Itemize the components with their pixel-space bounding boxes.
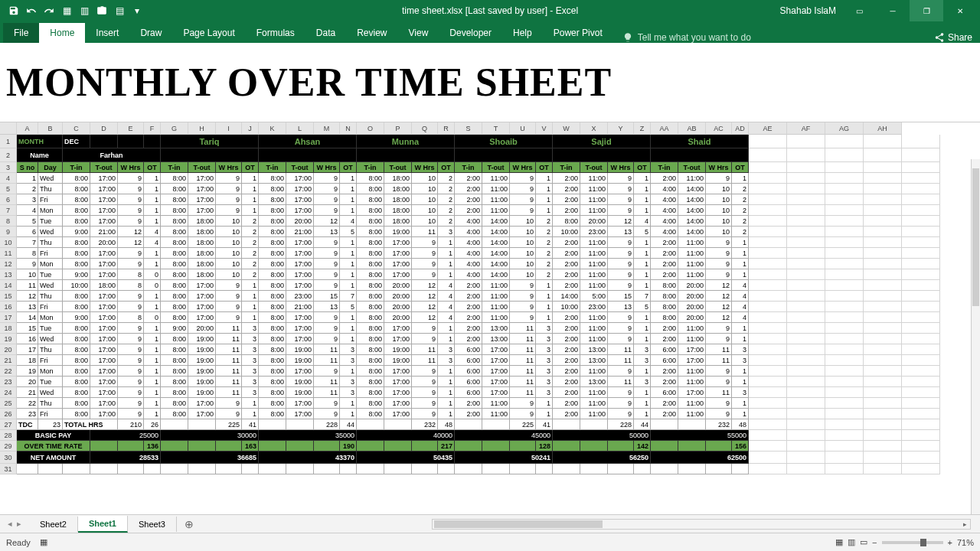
horizontal-scrollbar[interactable]: ◂▸ bbox=[432, 519, 971, 530]
calc-icon[interactable]: ▤ bbox=[112, 3, 127, 18]
undo-icon[interactable] bbox=[24, 3, 39, 18]
col-header[interactable]: AE bbox=[749, 122, 787, 135]
col-header[interactable]: AD bbox=[732, 122, 749, 135]
share-label: Share bbox=[948, 32, 972, 43]
title-bar: ▦ ▥ ▤ ▾ time sheet.xlsx [Last saved by u… bbox=[0, 0, 980, 21]
user-name: Shahab IslaM bbox=[780, 5, 836, 16]
col-header[interactable]: B bbox=[38, 122, 63, 135]
tab-developer[interactable]: Developer bbox=[439, 23, 502, 43]
zoom-level: 71% bbox=[957, 538, 974, 547]
col-header[interactable]: AF bbox=[787, 122, 825, 135]
ribbon-tabs: File Home Insert Draw Page Layout Formul… bbox=[0, 21, 980, 43]
view-page-icon[interactable]: ▥ bbox=[848, 537, 855, 547]
vscroll-thumb[interactable] bbox=[972, 168, 979, 306]
tab-view[interactable]: View bbox=[398, 23, 439, 43]
tab-insert[interactable]: Insert bbox=[85, 23, 129, 43]
status-ready: Ready bbox=[6, 538, 31, 547]
col-header[interactable]: K bbox=[259, 122, 286, 135]
sheet-tab-bar: ◂▸ Sheet2 Sheet1 Sheet3 ⊕ ◂▸ bbox=[0, 514, 980, 533]
camera-icon[interactable] bbox=[94, 3, 109, 18]
redo-icon[interactable] bbox=[41, 3, 57, 18]
col-header[interactable]: M bbox=[314, 122, 340, 135]
col-header[interactable]: H bbox=[188, 122, 216, 135]
col-header[interactable]: G bbox=[161, 122, 188, 135]
col-header[interactable]: Y bbox=[608, 122, 634, 135]
col-header[interactable]: E bbox=[118, 122, 144, 135]
table-icon[interactable]: ▦ bbox=[59, 3, 74, 18]
col-header[interactable]: J bbox=[242, 122, 259, 135]
tell-me-search[interactable]: Tell me what you want to do bbox=[622, 32, 751, 43]
col-header[interactable]: C bbox=[63, 122, 90, 135]
hscroll-thumb[interactable] bbox=[434, 520, 603, 528]
col-header[interactable]: F bbox=[144, 122, 161, 135]
col-header[interactable]: D bbox=[90, 122, 118, 135]
status-bar: Ready ▦ ▦ ▥ ▭ − + 71% bbox=[0, 533, 980, 551]
close-icon[interactable]: ✕ bbox=[943, 0, 977, 21]
sheet-tab-sheet1[interactable]: Sheet1 bbox=[78, 516, 128, 533]
col-header[interactable]: AC bbox=[706, 122, 732, 135]
col-header[interactable]: U bbox=[510, 122, 536, 135]
col-header[interactable]: AH bbox=[864, 122, 902, 135]
workbook-grid[interactable]: ABCDEFGHIJKLMNOPQRSTUVWXYZAAABACADAEAFAG… bbox=[0, 122, 980, 474]
tab-home[interactable]: Home bbox=[39, 23, 85, 43]
col-header[interactable]: Z bbox=[634, 122, 651, 135]
col-header[interactable]: T bbox=[482, 122, 510, 135]
tab-page-layout[interactable]: Page Layout bbox=[172, 23, 245, 43]
save-icon[interactable] bbox=[6, 3, 21, 18]
tab-formulas[interactable]: Formulas bbox=[246, 23, 305, 43]
tab-file[interactable]: File bbox=[3, 23, 39, 43]
tell-me-label: Tell me what you want to do bbox=[638, 32, 751, 43]
vertical-scrollbar[interactable] bbox=[971, 159, 980, 514]
column-headers: ABCDEFGHIJKLMNOPQRSTUVWXYZAAABACADAEAFAG… bbox=[0, 122, 980, 135]
maximize-icon[interactable]: ❐ bbox=[910, 0, 943, 21]
macro-icon[interactable]: ▦ bbox=[40, 537, 47, 547]
col-header[interactable]: N bbox=[340, 122, 357, 135]
tab-review[interactable]: Review bbox=[346, 23, 397, 43]
zoom-slider[interactable] bbox=[882, 541, 943, 544]
grid-body[interactable]: 1MONTHDECTariqAhsanMunnaShoaibSajidShaid… bbox=[0, 135, 980, 474]
page-title: MONTHLY OVER TIME SHEET bbox=[0, 43, 980, 122]
col-header[interactable]: P bbox=[384, 122, 412, 135]
sheet-tab-sheet2[interactable]: Sheet2 bbox=[29, 517, 78, 532]
col-header[interactable]: O bbox=[357, 122, 384, 135]
view-normal-icon[interactable]: ▦ bbox=[835, 537, 843, 547]
quick-access-toolbar: ▦ ▥ ▤ ▾ bbox=[0, 0, 151, 21]
col-header[interactable]: AG bbox=[825, 122, 864, 135]
share-icon bbox=[934, 32, 945, 43]
col-header[interactable]: S bbox=[455, 122, 482, 135]
col-header[interactable]: V bbox=[536, 122, 553, 135]
tab-draw[interactable]: Draw bbox=[129, 23, 172, 43]
tab-help[interactable]: Help bbox=[502, 23, 543, 43]
col-header[interactable]: Q bbox=[412, 122, 438, 135]
view-break-icon[interactable]: ▭ bbox=[860, 537, 867, 547]
col-header[interactable]: X bbox=[580, 122, 608, 135]
col-header[interactable]: L bbox=[286, 122, 314, 135]
col-header[interactable]: A bbox=[17, 122, 38, 135]
col-header[interactable]: W bbox=[553, 122, 580, 135]
col-header[interactable]: AB bbox=[678, 122, 706, 135]
zoom-out-icon[interactable]: − bbox=[872, 538, 877, 547]
sheet-tab-sheet3[interactable]: Sheet3 bbox=[128, 517, 177, 532]
title-right: Shahab IslaM ▭ ─ ❐ ✕ bbox=[780, 0, 980, 21]
minimize-icon[interactable]: ─ bbox=[876, 0, 910, 21]
col-header[interactable]: R bbox=[438, 122, 455, 135]
col-header[interactable]: AA bbox=[651, 122, 678, 135]
sheet-nav-arrows[interactable]: ◂▸ bbox=[0, 519, 29, 529]
col-header[interactable]: I bbox=[216, 122, 242, 135]
add-sheet-button[interactable]: ⊕ bbox=[177, 515, 201, 533]
share-button[interactable]: Share bbox=[934, 32, 972, 43]
ribbon-options-icon[interactable]: ▭ bbox=[842, 0, 876, 21]
tab-power-pivot[interactable]: Power Pivot bbox=[543, 23, 613, 43]
split-icon[interactable]: ▥ bbox=[77, 3, 92, 18]
window-title: time sheet.xlsx [Last saved by user] - E… bbox=[402, 5, 578, 16]
zoom-in-icon[interactable]: + bbox=[948, 538, 952, 547]
lightbulb-icon bbox=[622, 32, 633, 43]
tab-data[interactable]: Data bbox=[305, 23, 346, 43]
dropdown-icon[interactable]: ▾ bbox=[129, 3, 145, 18]
